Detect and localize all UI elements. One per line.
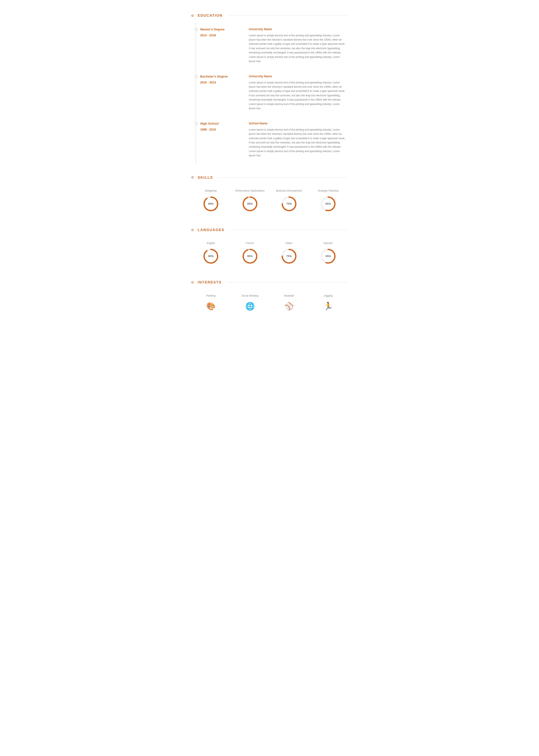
education-section: EDUCATION Master's Degree 2014 - 2016 Un… <box>192 13 348 164</box>
education-title: EDUCATION <box>198 13 223 18</box>
skills-title: SKILLS <box>198 175 213 180</box>
skill-item: Spanish 55% <box>311 241 346 265</box>
skill-label: Spanish <box>324 241 333 245</box>
skill-circle: 75% <box>280 195 297 212</box>
skill-circle: 55% <box>320 195 337 212</box>
edu-school-2: School Name <box>249 121 346 126</box>
skills-dot <box>192 176 193 178</box>
interest-icon: ⚾ <box>284 300 294 312</box>
edu-right-0: University Name Lorem Ipsum is simply du… <box>243 23 348 70</box>
skill-circle: 90% <box>202 195 219 212</box>
skill-circle: 75% <box>280 248 297 265</box>
interests-dot <box>192 281 193 284</box>
edu-left-0: Master's Degree 2014 - 2016 <box>196 23 243 70</box>
skill-item: Budgeting 90% <box>193 189 228 212</box>
edu-desc-2: Lorem Ipsum is simply dummy text of the … <box>249 128 346 158</box>
skill-circle: 55% <box>320 248 337 265</box>
skill-item: English 90% <box>193 241 228 265</box>
skill-label: Italian <box>286 241 292 245</box>
languages-header: LANGUAGES <box>192 227 348 233</box>
skill-label: English <box>207 241 215 245</box>
languages-grid: English 90% French 95% Italian 75% Spani… <box>192 237 348 269</box>
interest-label: Jogging <box>324 294 333 298</box>
edu-degree-0: Master's Degree <box>200 27 236 32</box>
edu-years-2: 1998 - 2010 <box>200 127 236 132</box>
interest-label: Painting <box>206 294 215 298</box>
edu-degree-1: Bachelor's Degree <box>200 74 236 79</box>
skill-label: Business Development <box>276 189 302 193</box>
skills-section: SKILLS Budgeting 90% Performance Optimiz… <box>192 175 348 217</box>
skill-circle: 95% <box>242 195 259 212</box>
skill-label: Performance Optimization <box>235 189 265 193</box>
skill-item: Italian 75% <box>272 241 307 265</box>
edu-desc-0: Lorem Ipsum is simply dummy text of the … <box>249 34 346 64</box>
education-line <box>228 15 347 16</box>
interests-title: INTERESTS <box>198 279 222 285</box>
circle-percent-text: 75% <box>286 202 292 206</box>
interest-icon: 🏃 <box>324 300 333 312</box>
interest-label: Baseball <box>284 294 294 298</box>
education-grid: Master's Degree 2014 - 2016 University N… <box>196 23 348 164</box>
circle-percent-text: 90% <box>208 254 214 258</box>
circle-percent-text: 75% <box>286 254 292 258</box>
skills-line <box>218 177 348 178</box>
skill-item: French 95% <box>233 241 268 265</box>
circle-percent-text: 90% <box>208 202 214 206</box>
education-header: EDUCATION <box>192 13 348 18</box>
languages-title: LANGUAGES <box>198 227 225 233</box>
edu-degree-2: High School <box>200 121 236 126</box>
interest-icon: 🎨 <box>206 300 216 312</box>
circle-percent-text: 95% <box>247 202 253 206</box>
edu-left-1: Bachelor's Degree 2010 - 2014 <box>196 70 243 117</box>
edu-desc-1: Lorem Ipsum is simply dummy text of the … <box>249 81 346 111</box>
languages-section: LANGUAGES English 90% French 95% Italian… <box>192 227 348 269</box>
education-dot <box>192 15 193 17</box>
skill-label: French <box>246 241 254 245</box>
circle-percent-text: 95% <box>247 254 253 258</box>
languages-dot <box>192 229 193 231</box>
skill-circle: 90% <box>202 248 219 265</box>
edu-school-1: University Name <box>249 74 346 79</box>
skill-circle: 95% <box>242 248 259 265</box>
edu-left-2: High School 1998 - 2010 <box>196 117 243 164</box>
skill-item: Performance Optimization 95% <box>233 189 268 212</box>
skill-item: Strategic Planning 55% <box>311 189 346 212</box>
interest-item: Painting🎨 <box>193 294 228 312</box>
circle-percent-text: 55% <box>325 202 331 206</box>
edu-right-2: School Name Lorem Ipsum is simply dummy … <box>243 117 348 164</box>
skills-header: SKILLS <box>192 175 348 180</box>
skill-label: Strategic Planning <box>318 189 338 193</box>
interest-item: Jogging🏃 <box>311 294 346 312</box>
edu-school-0: University Name <box>249 27 346 32</box>
interest-item: Baseball⚾ <box>272 294 307 312</box>
interest-label: Social Working <box>242 294 259 298</box>
edu-right-1: University Name Lorem Ipsum is simply du… <box>243 70 348 117</box>
interests-section: INTERESTS Painting🎨Social Working🌐Baseba… <box>192 279 348 317</box>
interest-item: Social Working🌐 <box>233 294 268 312</box>
skill-label: Budgeting <box>205 189 217 193</box>
circle-percent-text: 55% <box>325 254 331 258</box>
interest-icon: 🌐 <box>245 300 255 312</box>
skill-item: Business Development 75% <box>272 189 307 212</box>
interests-grid: Painting🎨Social Working🌐Baseball⚾Jogging… <box>192 290 348 317</box>
skills-grid: Budgeting 90% Performance Optimization 9… <box>192 185 348 217</box>
interests-header: INTERESTS <box>192 279 348 285</box>
edu-years-1: 2010 - 2014 <box>200 80 236 85</box>
edu-years-0: 2014 - 2016 <box>200 33 236 37</box>
